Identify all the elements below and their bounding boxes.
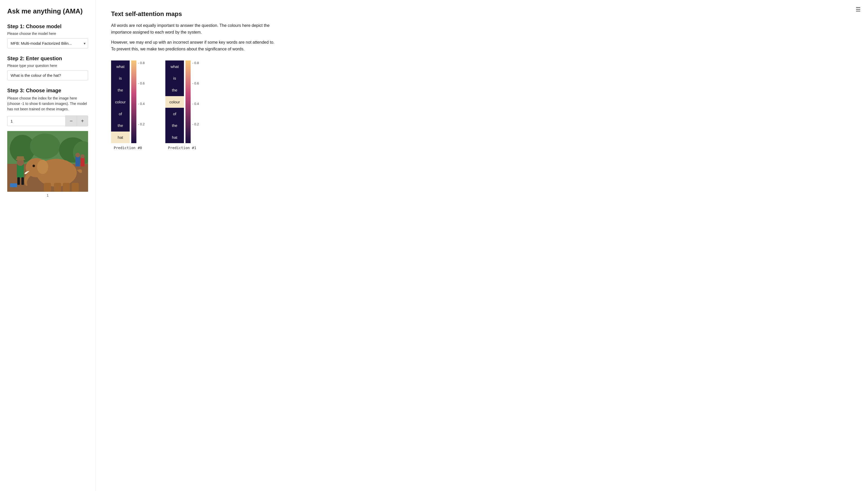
charts-row: what is the colour of the hat - 0.8 - 0.… [111,60,852,150]
word-hat-0: hat [111,132,130,143]
word-what-1: what [165,60,184,73]
tick-0.8-0: - 0.8 [138,61,145,65]
word-hat-1: hat [165,132,184,143]
svg-point-3 [30,134,60,159]
app-container: Ask me anything (AMA) Step 1: Choose mod… [0,0,868,491]
word-the2-0: the [111,120,130,132]
tick-0.2-1: - 0.2 [192,122,199,126]
svg-rect-20 [76,156,80,167]
word-the2-1: the [165,120,184,132]
section-title: Text self-attention maps [111,10,852,18]
svg-point-21 [76,153,80,157]
svg-rect-11 [54,183,61,192]
prediction-0-chart: what is the colour of the hat - 0.8 - 0.… [111,60,145,150]
prediction-0-label: Prediction #0 [114,146,142,150]
svg-point-9 [33,165,35,167]
question-input[interactable] [7,70,88,80]
decrement-button[interactable]: − [65,116,77,126]
color-scale-1 [185,60,191,143]
word-colour-1: colour [165,96,184,108]
tick-0.4-0: - 0.4 [138,102,145,106]
svg-rect-18 [17,177,20,185]
svg-point-23 [81,154,85,158]
svg-rect-12 [63,183,70,192]
model-select[interactable]: MFB: Multi-modal Factorized Bilin... [7,38,88,48]
image-display [7,131,88,192]
tick-0.6-0: - 0.6 [138,81,145,85]
svg-point-8 [37,160,48,174]
app-title: Ask me anything (AMA) [7,7,88,15]
svg-rect-25 [10,183,17,187]
svg-rect-14 [17,164,24,178]
step2-title: Step 2: Enter question [7,56,88,61]
main-content: ☰ Text self-attention maps All words are… [96,0,868,491]
tick-0.8-1: - 0.8 [192,61,199,65]
image-container: 1 [7,131,88,197]
image-index-input[interactable] [7,116,65,126]
word-the1-1: the [165,84,184,96]
word-of-0: of [111,108,130,120]
prediction-1-chart: what is the colour of the hat - 0.8 - 0.… [165,60,199,150]
svg-rect-13 [71,183,79,192]
step3-title: Step 3: Choose image [7,88,88,93]
prediction-1-label: Prediction #1 [168,146,196,150]
description-text-1: All words are not equally important to a… [111,22,276,35]
hamburger-button[interactable]: ☰ [856,6,861,13]
axis-ticks-0: - 0.8 - 0.6 - 0.4 - 0.2 [138,60,145,143]
prediction-0-words: what is the colour of the hat [111,60,130,143]
svg-rect-19 [22,177,24,185]
step1-title: Step 1: Choose model [7,24,88,29]
tick-0.4-1: - 0.4 [192,102,199,106]
increment-button[interactable]: + [77,116,88,126]
word-is-0: is [111,73,130,84]
prediction-1-visual: what is the colour of the hat - 0.8 - 0.… [165,60,199,143]
step1-label: Please choose the model here [7,31,88,36]
step3-description: Please choose the index for the image he… [7,96,88,112]
sidebar: Ask me anything (AMA) Step 1: Choose mod… [0,0,96,491]
axis-ticks-1: - 0.8 - 0.6 - 0.4 - 0.2 [192,60,199,143]
word-what-0: what [111,60,130,73]
svg-rect-10 [44,183,51,192]
svg-rect-22 [81,157,85,167]
model-select-wrapper: MFB: Multi-modal Factorized Bilin... ▾ [7,38,88,48]
image-caption: 1 [7,193,88,197]
prediction-0-visual: what is the colour of the hat - 0.8 - 0.… [111,60,145,143]
tick-0.2-0: - 0.2 [138,122,145,126]
tick-0.6-1: - 0.6 [192,81,199,85]
word-of-1: of [165,108,184,120]
elephant-image-svg [7,131,88,192]
prediction-1-words: what is the colour of the hat [165,60,184,143]
svg-rect-17 [17,156,24,160]
word-is-1: is [165,73,184,84]
image-index-stepper: − + [7,116,88,126]
step2-label: Please type your question here [7,64,88,68]
description-text-2: However, we may end up with an incorrect… [111,39,276,52]
color-scale-0 [131,60,137,143]
word-colour-0: colour [111,96,130,108]
word-the1-0: the [111,84,130,96]
